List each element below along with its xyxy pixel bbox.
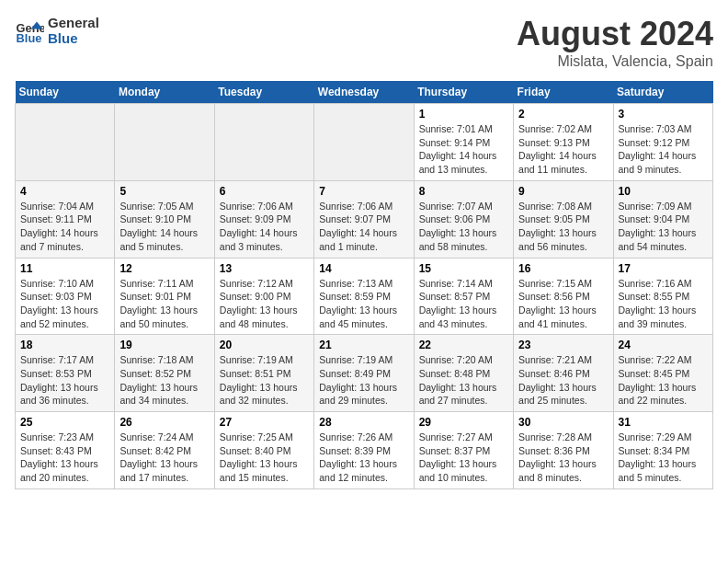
- day-number: 17: [619, 262, 708, 275]
- calendar-cell: 21Sunrise: 7:19 AM Sunset: 8:49 PM Dayli…: [314, 335, 414, 412]
- day-info: Sunrise: 7:09 AM Sunset: 9:04 PM Dayligh…: [619, 200, 708, 254]
- page-title: August 2024: [517, 15, 713, 53]
- day-number: 1: [419, 108, 508, 121]
- day-number: 4: [20, 185, 109, 198]
- day-number: 26: [119, 416, 209, 429]
- day-number: 16: [518, 262, 608, 275]
- column-header-tuesday: Tuesday: [214, 81, 313, 104]
- day-info: Sunrise: 7:15 AM Sunset: 8:56 PM Dayligh…: [518, 277, 608, 331]
- calendar-cell: [314, 104, 414, 181]
- day-number: 21: [319, 339, 408, 351]
- calendar-cell: 5Sunrise: 7:05 AM Sunset: 9:10 PM Daylig…: [115, 180, 214, 258]
- day-number: 25: [20, 416, 109, 429]
- day-info: Sunrise: 7:25 AM Sunset: 8:40 PM Dayligh…: [220, 431, 309, 485]
- calendar-week-row: 11Sunrise: 7:10 AM Sunset: 9:03 PM Dayli…: [16, 258, 713, 335]
- day-info: Sunrise: 7:08 AM Sunset: 9:05 PM Dayligh…: [518, 200, 608, 254]
- calendar-cell: 28Sunrise: 7:26 AM Sunset: 8:39 PM Dayli…: [314, 412, 414, 489]
- column-header-sunday: Sunday: [16, 81, 115, 104]
- day-number: 18: [20, 339, 109, 351]
- logo: General Blue General Blue: [15, 15, 99, 46]
- day-info: Sunrise: 7:19 AM Sunset: 8:51 PM Dayligh…: [220, 353, 309, 408]
- column-header-thursday: Thursday: [414, 81, 513, 104]
- calendar-cell: 10Sunrise: 7:09 AM Sunset: 9:04 PM Dayli…: [613, 180, 712, 258]
- day-number: 24: [619, 339, 708, 351]
- day-number: 7: [319, 185, 408, 198]
- calendar-cell: 22Sunrise: 7:20 AM Sunset: 8:48 PM Dayli…: [414, 335, 513, 412]
- day-info: Sunrise: 7:06 AM Sunset: 9:07 PM Dayligh…: [319, 200, 408, 254]
- day-info: Sunrise: 7:18 AM Sunset: 8:52 PM Dayligh…: [119, 353, 209, 408]
- day-info: Sunrise: 7:28 AM Sunset: 8:36 PM Dayligh…: [518, 431, 608, 485]
- calendar-cell: 29Sunrise: 7:27 AM Sunset: 8:37 PM Dayli…: [414, 412, 513, 489]
- day-info: Sunrise: 7:14 AM Sunset: 8:57 PM Dayligh…: [419, 277, 508, 331]
- day-info: Sunrise: 7:29 AM Sunset: 8:34 PM Dayligh…: [619, 431, 708, 485]
- day-number: 9: [518, 185, 608, 198]
- day-info: Sunrise: 7:04 AM Sunset: 9:11 PM Dayligh…: [20, 200, 109, 254]
- day-info: Sunrise: 7:02 AM Sunset: 9:13 PM Dayligh…: [518, 122, 608, 177]
- column-header-monday: Monday: [115, 81, 214, 104]
- day-info: Sunrise: 7:16 AM Sunset: 8:55 PM Dayligh…: [619, 277, 708, 331]
- day-info: Sunrise: 7:22 AM Sunset: 8:45 PM Dayligh…: [619, 353, 708, 408]
- day-number: 8: [419, 185, 508, 198]
- calendar-cell: [214, 104, 313, 181]
- calendar-cell: 26Sunrise: 7:24 AM Sunset: 8:42 PM Dayli…: [115, 412, 214, 489]
- day-number: 14: [319, 262, 408, 275]
- day-number: 12: [119, 262, 209, 275]
- logo-icon: General Blue: [15, 16, 44, 45]
- day-info: Sunrise: 7:05 AM Sunset: 9:10 PM Dayligh…: [119, 200, 209, 254]
- calendar-cell: 20Sunrise: 7:19 AM Sunset: 8:51 PM Dayli…: [214, 335, 313, 412]
- day-number: 11: [20, 262, 109, 275]
- calendar-cell: 25Sunrise: 7:23 AM Sunset: 8:43 PM Dayli…: [16, 412, 115, 489]
- column-header-friday: Friday: [514, 81, 613, 104]
- day-info: Sunrise: 7:06 AM Sunset: 9:09 PM Dayligh…: [220, 200, 309, 254]
- day-info: Sunrise: 7:21 AM Sunset: 8:46 PM Dayligh…: [518, 353, 608, 408]
- day-info: Sunrise: 7:17 AM Sunset: 8:53 PM Dayligh…: [20, 353, 109, 408]
- day-number: 30: [518, 416, 608, 429]
- calendar-cell: 14Sunrise: 7:13 AM Sunset: 8:59 PM Dayli…: [314, 258, 414, 335]
- day-info: Sunrise: 7:01 AM Sunset: 9:14 PM Dayligh…: [419, 122, 508, 177]
- day-number: 19: [119, 339, 209, 351]
- calendar-cell: 8Sunrise: 7:07 AM Sunset: 9:06 PM Daylig…: [414, 180, 513, 258]
- day-info: Sunrise: 7:13 AM Sunset: 8:59 PM Dayligh…: [319, 277, 408, 331]
- day-number: 31: [619, 416, 708, 429]
- day-number: 5: [119, 185, 209, 198]
- calendar-cell: [115, 104, 214, 181]
- logo-text-general: General: [48, 15, 99, 30]
- day-number: 29: [419, 416, 508, 429]
- day-info: Sunrise: 7:07 AM Sunset: 9:06 PM Dayligh…: [419, 200, 508, 254]
- day-info: Sunrise: 7:12 AM Sunset: 9:00 PM Dayligh…: [220, 277, 309, 331]
- calendar-cell: 1Sunrise: 7:01 AM Sunset: 9:14 PM Daylig…: [414, 104, 513, 181]
- day-info: Sunrise: 7:23 AM Sunset: 8:43 PM Dayligh…: [20, 431, 109, 485]
- calendar-cell: 15Sunrise: 7:14 AM Sunset: 8:57 PM Dayli…: [414, 258, 513, 335]
- calendar-cell: 3Sunrise: 7:03 AM Sunset: 9:12 PM Daylig…: [613, 104, 712, 181]
- day-number: 23: [518, 339, 608, 351]
- calendar-cell: 13Sunrise: 7:12 AM Sunset: 9:00 PM Dayli…: [214, 258, 313, 335]
- calendar-cell: 2Sunrise: 7:02 AM Sunset: 9:13 PM Daylig…: [514, 104, 613, 181]
- calendar-cell: 23Sunrise: 7:21 AM Sunset: 8:46 PM Dayli…: [514, 335, 613, 412]
- day-info: Sunrise: 7:24 AM Sunset: 8:42 PM Dayligh…: [119, 431, 209, 485]
- day-info: Sunrise: 7:20 AM Sunset: 8:48 PM Dayligh…: [419, 353, 508, 408]
- day-info: Sunrise: 7:11 AM Sunset: 9:01 PM Dayligh…: [119, 277, 209, 331]
- page-subtitle: Mislata, Valencia, Spain: [517, 53, 713, 70]
- day-number: 28: [319, 416, 408, 429]
- day-number: 10: [619, 185, 708, 198]
- calendar-cell: 30Sunrise: 7:28 AM Sunset: 8:36 PM Dayli…: [514, 412, 613, 489]
- calendar-week-row: 25Sunrise: 7:23 AM Sunset: 8:43 PM Dayli…: [16, 412, 713, 489]
- calendar-cell: 16Sunrise: 7:15 AM Sunset: 8:56 PM Dayli…: [514, 258, 613, 335]
- calendar-week-row: 4Sunrise: 7:04 AM Sunset: 9:11 PM Daylig…: [16, 180, 713, 258]
- day-number: 2: [518, 108, 608, 121]
- calendar-cell: 4Sunrise: 7:04 AM Sunset: 9:11 PM Daylig…: [16, 180, 115, 258]
- calendar-cell: 17Sunrise: 7:16 AM Sunset: 8:55 PM Dayli…: [613, 258, 712, 335]
- day-number: 27: [220, 416, 309, 429]
- calendar-header-row: SundayMondayTuesdayWednesdayThursdayFrid…: [16, 81, 713, 104]
- day-number: 3: [619, 108, 708, 121]
- day-info: Sunrise: 7:10 AM Sunset: 9:03 PM Dayligh…: [20, 277, 109, 331]
- calendar-cell: 19Sunrise: 7:18 AM Sunset: 8:52 PM Dayli…: [115, 335, 214, 412]
- day-info: Sunrise: 7:03 AM Sunset: 9:12 PM Dayligh…: [619, 122, 708, 177]
- day-info: Sunrise: 7:19 AM Sunset: 8:49 PM Dayligh…: [319, 353, 408, 408]
- day-number: 22: [419, 339, 508, 351]
- calendar-cell: 12Sunrise: 7:11 AM Sunset: 9:01 PM Dayli…: [115, 258, 214, 335]
- calendar-week-row: 1Sunrise: 7:01 AM Sunset: 9:14 PM Daylig…: [16, 104, 713, 181]
- calendar-cell: [16, 104, 115, 181]
- calendar-cell: 7Sunrise: 7:06 AM Sunset: 9:07 PM Daylig…: [314, 180, 414, 258]
- calendar-cell: 9Sunrise: 7:08 AM Sunset: 9:05 PM Daylig…: [514, 180, 613, 258]
